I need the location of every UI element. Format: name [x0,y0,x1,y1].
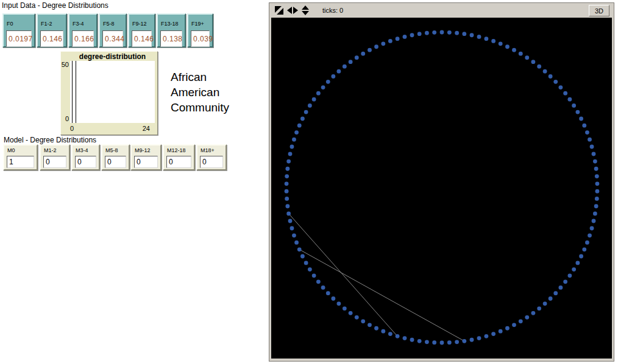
network-node [316,91,321,96]
network-node [290,226,294,231]
network-node [582,247,586,251]
monitor-value-box: 0 [134,156,158,168]
network-node [355,315,359,320]
network-node [396,334,400,338]
diagonal-resize-icon[interactable] [275,6,283,15]
network-node [396,37,400,41]
network-node [579,117,583,121]
model-section-heading: Model - Degree Distributions [4,136,96,144]
network-node [595,174,599,178]
plot-x-max-label: 24 [70,125,150,132]
network-node [567,273,572,278]
network-node [368,48,372,52]
network-node [590,226,594,231]
network-node [288,219,293,223]
monitor-value-box: 0.146 [40,30,63,47]
vertical-arrows-icon[interactable] [302,5,309,15]
network-node [374,44,378,49]
monitor-label: M1-2 [44,148,69,153]
monitor-M0: M01 [3,144,38,170]
network-node [512,323,516,327]
monitor-label: F1-2 [41,21,66,27]
network-node [316,279,321,284]
network-node [425,31,429,35]
network-node [326,291,330,295]
world-canvas[interactable] [271,18,612,359]
network-node [331,74,335,79]
monitor-M18+: M18+0 [196,144,227,170]
network-node [410,338,414,342]
monitor-value: 0.146 [41,35,63,43]
monitor-label: M9-12 [135,148,160,153]
network-node [432,30,436,35]
network-node [505,326,510,331]
network-node [575,261,580,265]
monitor-label: F5-8 [103,21,126,27]
network-node [559,85,563,89]
network-node [525,315,529,320]
monitor-value-box: 0.0197 [6,30,32,47]
network-edge [289,214,397,336]
degree-distribution-plot: degree-distribution 50 0 0 24 [60,51,158,135]
network-node [455,340,459,344]
monitor-value-box: 0 [200,156,223,168]
monitor-label: F13-18 [161,21,185,27]
3d-button[interactable]: 3D [589,5,609,16]
network-node [349,60,353,64]
network-node [343,306,347,310]
monitor-value: 1 [7,158,13,166]
monitor-value-box: 0.344 [102,30,123,47]
monitor-value: 0.0197 [7,35,33,43]
network-node [440,30,444,35]
network-node [388,39,392,43]
network-node [477,336,481,340]
network-node [525,55,529,60]
monitor-value-box: 0.039 [191,30,210,47]
monitor-F19+: F19+0.039 [187,13,213,47]
network-node [361,52,365,56]
network-node [592,152,596,156]
monitor-label: M12-18 [167,148,194,153]
network-node [425,340,429,344]
network-node [549,74,553,79]
network-node [594,204,598,208]
network-node [292,233,296,237]
network-node [321,85,325,89]
monitor-value: 0.138 [161,35,183,43]
network-node [312,97,316,102]
community-note: African American Community [171,69,229,115]
network-node [491,332,495,336]
monitor-label: F9-12 [132,21,154,27]
network-node [381,41,385,46]
network-node [519,319,523,323]
network-node [285,204,289,208]
monitor-value-box: 0 [75,156,96,168]
network-node [470,338,474,342]
network-node [292,138,296,142]
input-section-heading: Input Data - Degree Distributions [2,1,108,10]
network-node [582,124,586,128]
monitor-label: M18+ [201,148,226,153]
network-node [321,285,325,290]
network-node [543,69,547,74]
network-node [331,296,335,301]
network-node [543,301,547,306]
network-node [593,159,597,164]
network-node [286,159,291,164]
monitor-label: M3-4 [76,148,99,153]
network-node [381,329,385,334]
network-node [588,138,592,142]
monitor-value: 0 [201,158,207,166]
network-node [470,33,474,37]
plot-y-max-label: 50 [61,61,69,68]
network-node [590,145,594,149]
horizontal-arrows-icon[interactable] [287,7,298,14]
monitor-value: 0 [44,158,50,166]
network-node [337,69,341,74]
network-node [432,340,436,345]
monitor-value-box: 0 [43,156,66,168]
network-node [374,326,378,331]
network-node [361,319,365,323]
monitor-value: 0 [167,158,173,166]
network-node [572,267,576,271]
